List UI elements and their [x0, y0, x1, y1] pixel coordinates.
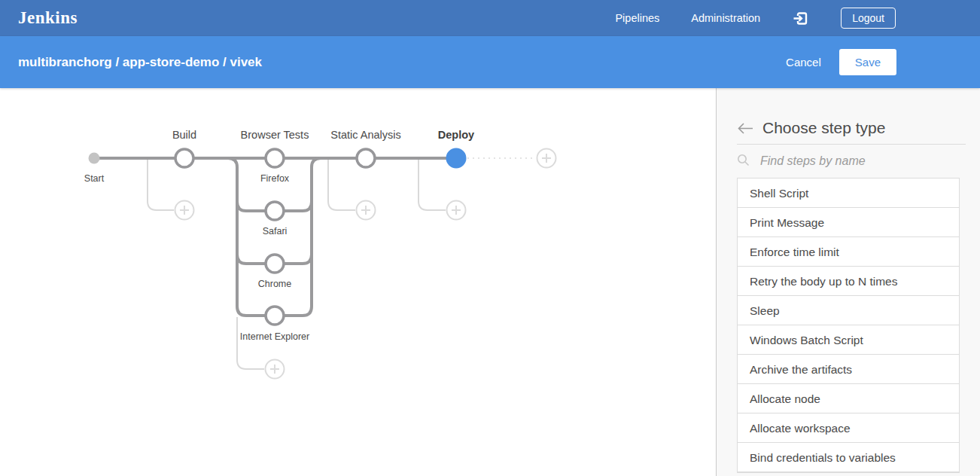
add-stage-below-static-analysis-button[interactable] — [357, 201, 376, 220]
chrome-branch-node[interactable] — [266, 255, 284, 273]
branch-label-firefox: Firefox — [260, 173, 290, 184]
stage-label-static-analysis: Static Analysis — [330, 129, 401, 141]
static-analysis-stage-node[interactable] — [357, 149, 375, 167]
step-picker-panel: Choose step type Shell Script Print Mess… — [716, 88, 980, 476]
step-list-item[interactable]: Bind credentials to variables — [738, 443, 959, 472]
editor-actions: Cancel Save — [786, 49, 896, 75]
internet-explorer-branch-node[interactable] — [266, 307, 284, 325]
step-list-item[interactable]: Print Message — [738, 208, 959, 237]
step-list-item[interactable]: Shell Script — [738, 178, 959, 208]
branch-label-safari: Safari — [263, 226, 288, 236]
save-button[interactable]: Save — [839, 49, 896, 75]
nav-administration[interactable]: Administration — [691, 12, 760, 24]
step-list-item[interactable]: Sleep — [738, 296, 959, 325]
back-arrow-icon[interactable] — [737, 122, 754, 135]
search-icon — [737, 154, 750, 169]
editor-content: Build Browser Tests Static Analysis Depl… — [0, 88, 980, 476]
logout-button[interactable]: Logout — [841, 8, 896, 29]
stage-label-build: Build — [172, 129, 196, 141]
branch-label-internet-explorer: Internet Explorer — [240, 331, 309, 342]
add-stage-below-build-button[interactable] — [175, 201, 194, 220]
cancel-button[interactable]: Cancel — [786, 56, 821, 69]
start-label: Start — [84, 173, 105, 184]
firefox-branch-node[interactable] — [266, 149, 284, 167]
step-list-item[interactable]: Allocate workspace — [738, 413, 959, 443]
nav-pipelines[interactable]: Pipelines — [615, 12, 659, 24]
step-list-item[interactable]: Archive the artifacts — [738, 355, 959, 384]
top-nav-bar: Jenkins Pipelines Administration Logout — [0, 0, 980, 36]
start-node — [89, 153, 100, 164]
breadcrumb: multibranchorg / app-store-demo / vivek — [18, 55, 262, 70]
build-stage-node[interactable] — [175, 149, 193, 167]
step-search-input[interactable] — [759, 154, 947, 169]
top-nav-links: Pipelines Administration Logout — [615, 8, 896, 29]
add-parallel-branch-button[interactable] — [266, 360, 285, 379]
step-list-item[interactable]: Allocate node — [738, 384, 959, 413]
exit-to-app-icon[interactable] — [792, 10, 809, 27]
stage-label-browser-tests: Browser Tests — [241, 129, 309, 141]
pipeline-canvas: Build Browser Tests Static Analysis Depl… — [0, 88, 716, 476]
safari-branch-node[interactable] — [266, 202, 284, 220]
jenkins-logo[interactable]: Jenkins — [18, 8, 78, 28]
branch-label-chrome: Chrome — [258, 279, 292, 289]
stage-label-deploy: Deploy — [438, 129, 474, 141]
add-stage-below-deploy-button[interactable] — [447, 201, 466, 220]
step-list-item[interactable]: Windows Batch Script — [738, 325, 959, 355]
add-stage-end-button[interactable] — [537, 149, 556, 168]
step-list-item[interactable]: Enforce time limit — [738, 237, 959, 267]
editor-toolbar: multibranchorg / app-store-demo / vivek … — [0, 36, 980, 88]
step-type-list: Shell Script Print Message Enforce time … — [737, 178, 960, 473]
deploy-stage-node-selected[interactable] — [446, 148, 467, 169]
step-list-item[interactable]: Retry the body up to N times — [738, 267, 959, 296]
panel-title: Choose step type — [762, 119, 885, 137]
